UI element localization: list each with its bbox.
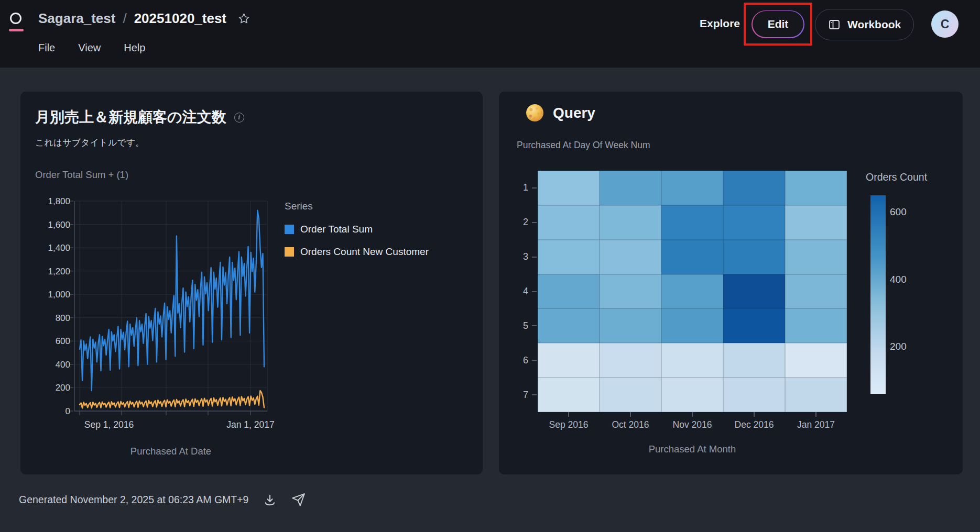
heatmap-cell-2-dec-2016[interactable] [723, 205, 785, 240]
heatmap-cell-4-dec-2016[interactable] [723, 274, 785, 309]
heatmap-row-label: 3 [508, 240, 528, 274]
colorbar-gradient [870, 195, 886, 394]
legend-item[interactable]: Orders Count New Customer [285, 246, 429, 258]
explore-button[interactable]: Explore [700, 17, 740, 30]
column-tick [692, 412, 693, 417]
heatmap-x-axis-title: Purchased At Month [538, 444, 847, 455]
heatmap-title: Query [553, 105, 595, 121]
logo-circle-icon [10, 13, 21, 24]
heatmap-cell-2-jan-2017[interactable] [785, 205, 847, 240]
heatmap-cell-4-sep-2016[interactable] [538, 274, 600, 309]
workbook-icon [828, 18, 841, 31]
heatmap-cell-4-oct-2016[interactable] [600, 274, 661, 309]
x-tick-label: Sep 1, 2016 [84, 419, 134, 430]
legend-item[interactable]: Order Total Sum [285, 224, 429, 235]
user-avatar[interactable]: C [931, 10, 959, 38]
menu-help[interactable]: Help [124, 42, 145, 54]
heatmap-cell-6-jan-2017[interactable] [785, 343, 847, 378]
colorbar-tick-label: 400 [890, 274, 907, 285]
heatmap-cell-3-dec-2016[interactable] [723, 240, 785, 274]
favorite-star-icon[interactable] [238, 13, 250, 25]
edit-button[interactable]: Edit [752, 10, 804, 38]
heatmap-cell-3-oct-2016[interactable] [600, 240, 661, 274]
heatmap-cell-5-nov-2016[interactable] [661, 308, 723, 343]
legend-title: Series [285, 201, 429, 212]
heatmap-cell-3-sep-2016[interactable] [538, 240, 600, 274]
column-tick [630, 412, 631, 417]
heatmap-row-label: 1 [508, 171, 528, 205]
download-icon[interactable] [263, 493, 277, 507]
heatmap-cell-6-dec-2016[interactable] [723, 343, 785, 378]
row-tick [532, 187, 537, 189]
breadcrumb: Sagara_test / 20251020_test [38, 10, 250, 27]
heatmap-row-label: 4 [508, 274, 528, 309]
heatmap-column-label: Jan 2017 [785, 419, 847, 430]
heatmap-cell-1-nov-2016[interactable] [661, 171, 723, 205]
heatmap-cell-1-sep-2016[interactable] [538, 171, 600, 205]
colorbar-tick-label: 200 [890, 341, 907, 352]
heatmap-cell-2-sep-2016[interactable] [538, 205, 600, 240]
heatmap-cell-7-jan-2017[interactable] [785, 378, 847, 412]
heatmap-column-label: Nov 2016 [661, 419, 723, 430]
annotation-highlight-box: Edit [744, 3, 812, 46]
heatmap-cell-5-sep-2016[interactable] [538, 308, 600, 343]
line-chart-card: 月別売上＆新規顧客の注文数 i これはサブタイトルです。 Order Total… [20, 92, 483, 474]
top-bar: Sagara_test / 20251020_test FileViewHelp… [0, 0, 980, 68]
x-tick-label: Jan 1, 2017 [226, 419, 274, 430]
heatmap-cell-7-sep-2016[interactable] [538, 378, 600, 412]
column-tick [815, 412, 816, 417]
heatmap-cell-4-jan-2017[interactable] [785, 274, 847, 309]
row-tick [532, 222, 537, 223]
edit-button-label: Edit [753, 11, 804, 37]
heatmap-grid [538, 171, 847, 412]
heatmap-cell-7-oct-2016[interactable] [600, 378, 661, 412]
column-tick [568, 412, 569, 417]
heatmap-row-labels: 1234567 [508, 171, 528, 412]
colorbar-tick-label: 600 [890, 206, 907, 218]
menu-view[interactable]: View [78, 42, 101, 54]
generated-timestamp: Generated November 2, 2025 at 06:23 AM G… [19, 494, 248, 506]
heatmap-cell-1-dec-2016[interactable] [723, 171, 785, 205]
heatmap-cell-3-jan-2017[interactable] [785, 240, 847, 274]
y-tick-label: 1,000 [48, 290, 70, 300]
heatmap-cell-1-jan-2017[interactable] [785, 171, 847, 205]
heatmap-cell-6-oct-2016[interactable] [600, 343, 661, 378]
heatmap-column-label: Dec 2016 [723, 419, 785, 430]
y-tick-label: 1,600 [48, 220, 70, 230]
heatmap-row-label: 2 [508, 205, 528, 240]
legend-label: Order Total Sum [300, 224, 373, 235]
menu-file[interactable]: File [38, 42, 55, 54]
heatmap-column-label: Sep 2016 [538, 419, 600, 430]
heatmap-cell-6-nov-2016[interactable] [661, 343, 723, 378]
row-tick [532, 360, 537, 361]
workbook-button[interactable]: Workbook [815, 9, 914, 40]
heatmap-column-labels: Sep 2016Oct 2016Nov 2016Dec 2016Jan 2017 [538, 419, 847, 430]
heatmap-cell-2-oct-2016[interactable] [600, 205, 661, 240]
heatmap-cell-2-nov-2016[interactable] [661, 205, 723, 240]
y-axis-title: Order Total Sum + (1) [35, 169, 128, 181]
info-icon[interactable]: i [234, 113, 244, 123]
heatmap-cell-7-nov-2016[interactable] [661, 378, 723, 412]
colorbar-title: Orders Count [866, 171, 927, 183]
row-tick [532, 394, 537, 395]
logo-underline [9, 29, 24, 31]
heatmap-cell-5-jan-2017[interactable] [785, 308, 847, 343]
heatmap-card: Query Purchased At Day Of Week Num 12345… [499, 92, 963, 474]
heatmap-cell-4-nov-2016[interactable] [661, 274, 723, 309]
heatmap-cell-7-dec-2016[interactable] [723, 378, 785, 412]
heatmap-cell-1-oct-2016[interactable] [600, 171, 661, 205]
breadcrumb-workspace[interactable]: Sagara_test [38, 10, 115, 27]
x-axis-title: Purchased At Date [74, 446, 267, 457]
heatmap-cell-5-oct-2016[interactable] [600, 308, 661, 343]
send-icon[interactable] [291, 493, 306, 507]
legend-swatch [285, 225, 294, 234]
dashboard-page: { "header": { "breadcrumb": { "workspace… [0, 0, 980, 532]
series-line-orders-count-new-customer[interactable] [80, 391, 264, 408]
heatmap-cell-3-nov-2016[interactable] [661, 240, 723, 274]
legend-swatch [285, 247, 294, 257]
series-line-order-total-sum[interactable] [80, 210, 264, 391]
avatar-initial: C [941, 17, 950, 31]
heatmap-cell-6-sep-2016[interactable] [538, 343, 600, 378]
legend-label: Orders Count New Customer [300, 246, 429, 258]
heatmap-cell-5-dec-2016[interactable] [723, 308, 785, 343]
